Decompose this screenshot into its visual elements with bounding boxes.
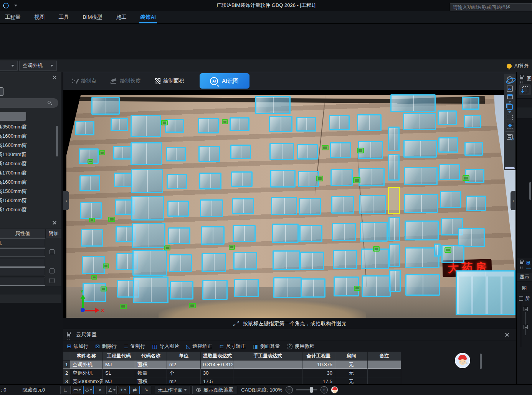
window-detection-box[interactable] [466,196,486,211]
pin-icon[interactable] [520,262,523,264]
window-detection-box[interactable] [389,270,401,292]
ac-unit-detection-box[interactable] [316,176,323,181]
table-cell[interactable]: 0.314 + 0.312 ... [201,360,233,369]
header-cell[interactable]: 房间 [335,352,368,360]
window-detection-box[interactable] [331,196,354,214]
construct-list-item[interactable]: 高1700mm窗 [0,168,55,178]
tree-item[interactable] [524,325,528,329]
复制行-button[interactable]: ≣复制行 [124,343,145,350]
table-cell[interactable]: 30 [302,369,335,377]
window-detection-box[interactable] [388,154,400,181]
construct-list-item[interactable]: 高1600mm窗 [0,132,55,141]
window-detection-box[interactable] [165,119,184,133]
component-dropdown[interactable]: 空调外机 [19,61,57,71]
window-detection-box[interactable] [80,202,102,219]
section-box-icon[interactable] [507,123,513,128]
window-detection-box[interactable] [464,142,483,156]
menu-item-工程量[interactable]: 工程量 [4,11,22,23]
window-detection-box[interactable] [200,199,223,217]
window-detection-box[interactable] [230,145,251,159]
ac-unit-detection-box[interactable] [357,148,364,153]
chevron-down-icon[interactable] [508,101,511,103]
window-detection-box[interactable] [269,143,294,160]
ac-unit-detection-box[interactable] [322,145,329,150]
close-icon[interactable] [505,332,509,337]
property-value-input[interactable] [0,258,45,267]
collapse-right-tab[interactable]: › [511,191,516,210]
window-detection-box[interactable] [438,137,458,153]
construct-list-item[interactable]: 高1400mm窗 [0,159,55,168]
cross-select-button[interactable]: × [95,386,105,394]
close-icon[interactable] [52,75,57,80]
display-row-clipped[interactable]: 显示 [517,273,532,281]
window-detection-box[interactable] [167,174,187,189]
table-cell[interactable]: 1 [63,360,70,369]
table-cell[interactable]: 空调外机 [70,369,103,377]
window-detection-box[interactable] [300,252,324,270]
window-detection-box[interactable] [297,144,318,160]
construct-list-item[interactable]: 高1600mm窗 [0,178,55,187]
table-cell[interactable]: 无 [335,360,368,369]
solid-view-icon[interactable] [507,104,513,110]
window-detection-box[interactable] [273,277,302,298]
ac-unit-detection-box[interactable] [88,159,93,164]
table-scrollbar[interactable] [480,354,482,369]
draw-length-button[interactable]: 绘制长度 [111,77,141,84]
尺寸矫正-button[interactable]: ⊏尺寸矫正 [219,343,246,350]
3d-view-icon[interactable]: 3D [507,86,513,92]
window-detection-box[interactable] [233,252,257,270]
ac-unit-detection-box[interactable] [103,263,109,268]
ac-unit-detection-box[interactable] [463,175,469,181]
right-scrollbar-thumb[interactable] [529,182,531,200]
swap-view-button[interactable]: ⇄ [129,386,140,394]
window-detection-box[interactable] [361,249,389,269]
construct-list-item[interactable]: 高1500mm窗 [0,196,55,205]
window-detection-box[interactable] [233,225,256,242]
window-detection-box[interactable] [462,97,479,110]
collapse-icon[interactable] [524,307,528,311]
window-detection-box[interactable] [359,168,385,186]
table-cell[interactable] [233,369,302,377]
window-detection-box[interactable] [111,118,128,131]
header-cell[interactable]: 合计工程量 [302,352,335,360]
brightness-minus-button[interactable]: − [286,386,293,393]
close-icon[interactable] [52,221,57,225]
pin-icon[interactable] [520,77,523,79]
window-detection-box[interactable] [329,115,350,130]
window-detection-box[interactable] [299,198,321,215]
透视矫正-button[interactable]: ◺透视矫正 [186,343,212,350]
ac-unit-detection-box[interactable] [354,286,360,291]
ac-unit-detection-box[interactable] [222,119,228,124]
侧面算量-button[interactable]: ◨侧面算量 [253,343,280,350]
window-detection-box[interactable] [168,227,190,244]
ac-unit-detection-box[interactable] [189,303,196,308]
ac-unit-detection-box[interactable] [161,120,168,125]
property-value-input[interactable] [0,248,45,257]
construct-list-item[interactable]: 高1600mm窗 [0,141,55,150]
attach-checkbox[interactable] [50,278,55,283]
draw-point-button[interactable]: 绘制点 [72,77,97,84]
selected-construct-item[interactable] [0,112,26,121]
window-detection-box[interactable] [202,253,226,272]
table-cell[interactable]: 30 [201,369,233,377]
show-drawing-mask-button[interactable]: 显示图纸遮罩 [192,386,237,394]
window-detection-box[interactable] [403,113,436,130]
header-cell[interactable]: 构件名称 [70,352,103,360]
clipped-button[interactable] [0,87,3,96]
attach-checkbox[interactable] [50,249,55,254]
collapse-icon[interactable] [524,325,528,329]
ac-unit-detection-box[interactable] [108,217,115,222]
rect-mode-button[interactable]: ▭ [72,386,82,394]
window-detection-box[interactable] [232,198,254,214]
window-detection-box[interactable] [91,97,120,115]
table-cell[interactable] [233,360,302,369]
window-detection-box[interactable] [255,96,291,114]
window-detection-box[interactable] [131,142,162,165]
window-detection-box[interactable] [301,278,325,298]
window-detection-box[interactable] [404,167,438,185]
cube-view-icon[interactable] [507,94,513,99]
ai-recognize-button[interactable]: AIAI识图 [200,73,249,89]
table-cell[interactable]: MJ [103,360,135,369]
ac-unit-detection-box[interactable] [444,247,451,253]
collapse-icon[interactable] [519,296,523,301]
